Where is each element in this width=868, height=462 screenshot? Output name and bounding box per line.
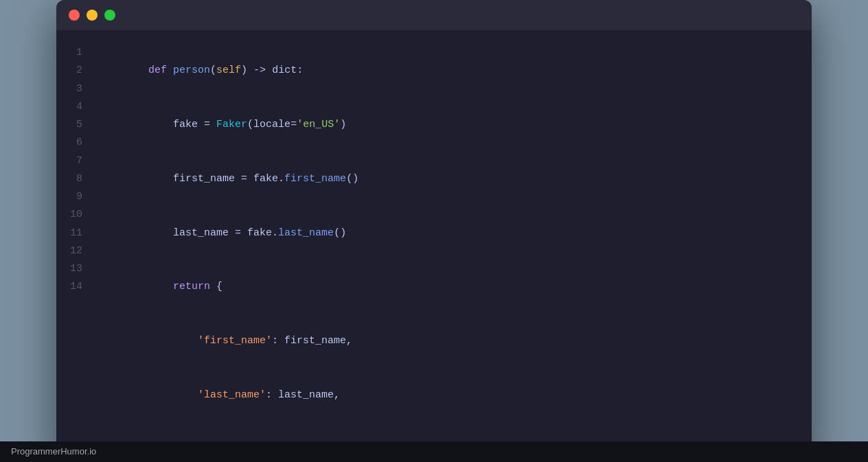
code-area: 1 2 3 4 5 6 7 8 9 10 11 12 13 14 def per… xyxy=(56,30,812,462)
code-window: 1 2 3 4 5 6 7 8 9 10 11 12 13 14 def per… xyxy=(56,0,812,462)
code-line-6: 'first_name': first_name, xyxy=(99,314,798,369)
code-line-4: last_name = fake.last_name() xyxy=(99,206,798,260)
minimize-dot[interactable] xyxy=(87,10,98,21)
close-dot[interactable] xyxy=(69,10,80,21)
line-numbers: 1 2 3 4 5 6 7 8 9 10 11 12 13 14 xyxy=(70,44,99,462)
code-line-5: return { xyxy=(99,260,798,314)
titlebar xyxy=(56,0,812,30)
code-line-2: fake = Faker(locale='en_US') xyxy=(99,98,798,152)
code-line-7: 'last_name': last_name, xyxy=(99,369,798,423)
code-content: def person(self) -> dict: fake = Faker(l… xyxy=(99,44,798,462)
code-line-1: def person(self) -> dict: xyxy=(99,44,798,98)
maximize-dot[interactable] xyxy=(104,10,115,21)
code-line-3: first_name = fake.first_name() xyxy=(99,152,798,207)
footer-label: ProgrammerHumor.io xyxy=(11,446,96,457)
